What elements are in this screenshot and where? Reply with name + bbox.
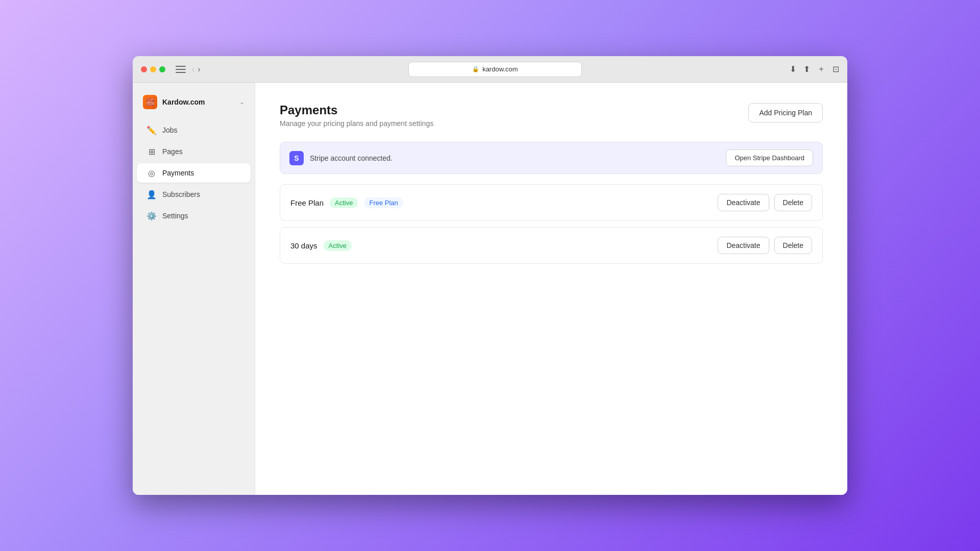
deactivate-plan-1-button[interactable]: Deactivate [718,194,769,211]
main-content: Payments Manage your pricing plans and p… [255,83,847,495]
traffic-lights [141,66,165,72]
delete-plan-1-button[interactable]: Delete [774,194,812,211]
add-pricing-plan-button[interactable]: Add Pricing Plan [748,103,823,122]
download-icon[interactable]: ⬇ [790,64,796,74]
sidebar-label-pages: Pages [162,147,183,156]
share-icon[interactable]: ⬆ [803,64,810,74]
tabs-icon[interactable]: ⊡ [832,64,839,74]
brand-row[interactable]: 🧱 Kardow.com ⌄ [133,91,255,119]
address-bar-wrap: 🔒 kardow.com [207,62,783,77]
url-text: kardow.com [482,65,518,73]
plan-active-badge: Active [324,240,352,251]
brand-name: Kardow.com [162,98,234,106]
deactivate-plan-2-button[interactable]: Deactivate [718,237,769,254]
page-title-wrap: Payments Manage your pricing plans and p… [280,103,433,128]
stripe-banner: S Stripe account connected. Open Stripe … [280,142,823,174]
lock-icon: 🔒 [472,66,479,72]
plan-name: 30 days [290,241,317,250]
stripe-logo: S [289,151,304,165]
stripe-left: S Stripe account connected. [289,151,393,165]
minimize-button[interactable] [150,66,156,72]
open-stripe-dashboard-button[interactable]: Open Stripe Dashboard [726,149,813,166]
address-bar[interactable]: 🔒 kardow.com [408,62,582,77]
sidebar-item-settings[interactable]: ⚙️ Settings [137,206,251,226]
plan-tag-badge: Free Plan [364,197,403,208]
nav-arrows: ‹ › [192,65,201,74]
brand-logo: 🧱 [143,95,157,109]
sidebar-label-payments: Payments [162,169,194,177]
plan-left: 30 days Active [290,240,352,251]
delete-plan-2-button[interactable]: Delete [774,237,812,254]
sidebar-label-subscribers: Subscribers [162,190,200,198]
plan-row: 30 days Active Deactivate Delete [280,227,823,264]
sidebar-label-settings: Settings [162,212,188,220]
jobs-icon: ✏️ [147,126,156,135]
close-button[interactable] [141,66,147,72]
sidebar-toggle-button[interactable] [176,66,186,73]
payments-icon: ◎ [147,168,156,178]
stripe-connected-text: Stripe account connected. [310,154,393,162]
plan-actions: Deactivate Delete [718,237,812,254]
page-subtitle: Manage your pricing plans and payment se… [280,119,433,128]
settings-icon: ⚙️ [147,211,156,220]
back-button[interactable]: ‹ [192,65,194,74]
browser-actions: ⬇ ⬆ ＋ ⊡ [790,64,839,74]
plan-name: Free Plan [290,198,324,207]
sidebar: 🧱 Kardow.com ⌄ ✏️ Jobs ⊞ Pages ◎ Payment… [133,83,255,495]
plan-active-badge: Active [330,197,358,208]
brand-logo-letter: 🧱 [146,98,155,106]
page-title: Payments [280,103,433,117]
sidebar-item-pages[interactable]: ⊞ Pages [137,142,251,161]
app-layout: 🧱 Kardow.com ⌄ ✏️ Jobs ⊞ Pages ◎ Payment… [133,83,847,495]
pages-icon: ⊞ [147,147,156,156]
plan-row: Free Plan Active Free Plan Deactivate De… [280,184,823,221]
subscribers-icon: 👤 [147,190,156,199]
sidebar-label-jobs: Jobs [162,126,178,134]
browser-window: ‹ › 🔒 kardow.com ⬇ ⬆ ＋ ⊡ 🧱 Kardow.com ⌄ [133,56,847,495]
sidebar-item-subscribers[interactable]: 👤 Subscribers [137,185,251,204]
plan-left: Free Plan Active Free Plan [290,197,403,208]
stripe-logo-letter: S [294,154,299,162]
sidebar-item-jobs[interactable]: ✏️ Jobs [137,120,251,140]
new-tab-icon[interactable]: ＋ [817,64,825,74]
forward-button[interactable]: › [198,65,200,74]
browser-chrome: ‹ › 🔒 kardow.com ⬇ ⬆ ＋ ⊡ [133,56,847,83]
plan-actions: Deactivate Delete [718,194,812,211]
sidebar-item-payments[interactable]: ◎ Payments [137,163,251,183]
maximize-button[interactable] [159,66,165,72]
page-header: Payments Manage your pricing plans and p… [280,103,823,128]
brand-chevron-icon: ⌄ [239,98,244,106]
